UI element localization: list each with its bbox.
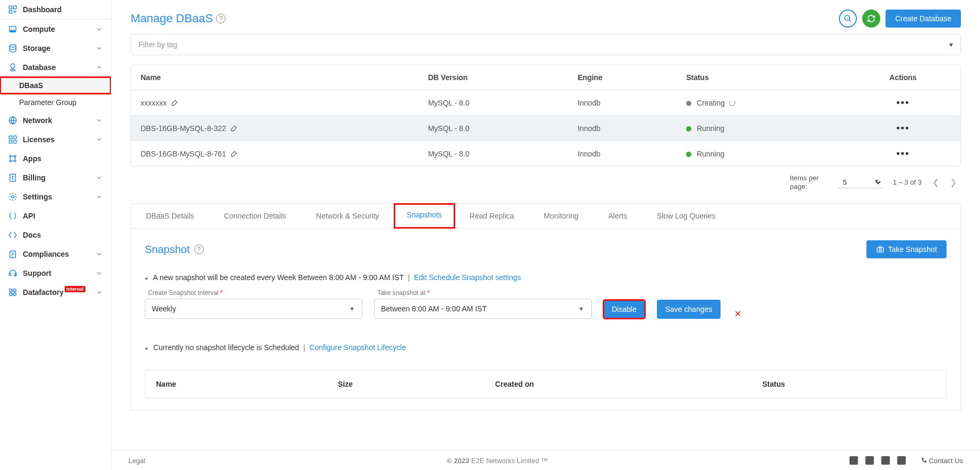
- compliances-icon: [8, 249, 18, 259]
- row-actions-menu[interactable]: •••: [897, 123, 910, 133]
- sidebar-sub-parameter-group[interactable]: Parameter Group: [0, 94, 111, 111]
- refresh-icon[interactable]: [862, 10, 880, 28]
- prev-page-button[interactable]: ❮: [932, 177, 939, 187]
- time-select[interactable]: Between 8:00 AM - 9:00 AM IST: [374, 299, 592, 319]
- compute-icon: [8, 24, 18, 34]
- tab-connection-details[interactable]: Connection Details: [209, 204, 301, 228]
- chevron-down-icon: [96, 289, 103, 296]
- svg-rect-19: [9, 273, 11, 276]
- table-row[interactable]: DBS-16GB-MySQL-8-322MySQL - 8.0InnodbRun…: [131, 116, 960, 141]
- sidebar-sub-dbaas[interactable]: DBaaS: [0, 77, 111, 94]
- schedule-info: ● A new snapshot will be created every W…: [145, 273, 947, 282]
- snapshot-title: Snapshot ?: [145, 243, 204, 256]
- storage-icon: [8, 43, 18, 53]
- sidebar-item-datafactory[interactable]: DatafactoryInternal: [0, 283, 111, 302]
- status-dot-icon: [686, 152, 691, 157]
- row-actions-menu[interactable]: •••: [897, 97, 910, 108]
- billing-icon: [8, 173, 18, 182]
- svg-rect-21: [10, 289, 12, 292]
- caret-down-icon: ▾: [949, 40, 953, 49]
- sidebar-item-support[interactable]: Support: [0, 264, 111, 283]
- facebook-icon[interactable]: [865, 456, 874, 465]
- save-changes-button[interactable]: Save changes: [657, 300, 721, 319]
- svg-rect-1: [14, 6, 16, 8]
- svg-rect-24: [14, 293, 16, 296]
- chevron-down-icon: [96, 117, 103, 124]
- tab-read-replica[interactable]: Read Replica: [455, 204, 529, 228]
- sidebar-item-compliances[interactable]: Compliances: [0, 245, 111, 264]
- svg-rect-22: [14, 289, 16, 292]
- next-page-button[interactable]: ❯: [950, 177, 957, 187]
- search-icon[interactable]: [839, 10, 857, 28]
- edit-icon[interactable]: [171, 99, 178, 107]
- column-header: DB Version: [419, 65, 568, 90]
- help-icon[interactable]: ?: [194, 245, 204, 254]
- tab-monitoring[interactable]: Monitoring: [529, 204, 593, 228]
- create-database-button[interactable]: Create Database: [886, 10, 961, 28]
- main: Manage DBaaS ? Create Database Filter by…: [111, 0, 980, 470]
- sidebar-item-network[interactable]: Network: [0, 111, 111, 130]
- tab-slow-log-queries[interactable]: Slow Log Queries: [642, 204, 731, 228]
- column-header: Actions: [846, 65, 960, 90]
- sidebar-item-dashboard[interactable]: Dashboard: [0, 0, 111, 20]
- take-snapshot-button[interactable]: Take Snapshot: [866, 240, 947, 258]
- tab-network-security[interactable]: Network & Security: [301, 204, 394, 228]
- database-table: NameDB VersionEngineStatusActions xxxxxx…: [131, 65, 960, 166]
- disable-button[interactable]: Disable: [603, 300, 645, 319]
- datafactory-icon: [8, 288, 18, 297]
- svg-rect-10: [9, 141, 12, 143]
- chevron-down-icon: [96, 25, 103, 33]
- db-version: MySQL - 8.0: [419, 141, 568, 167]
- svg-rect-4: [10, 31, 16, 32]
- svg-point-17: [12, 196, 14, 198]
- sidebar-item-storage[interactable]: Storage: [0, 39, 111, 58]
- sidebar-item-api[interactable]: API: [0, 206, 111, 225]
- rss-icon[interactable]: [897, 456, 906, 465]
- contact-us-link[interactable]: Contact Us: [921, 457, 963, 465]
- sidebar-item-label: Storage: [23, 44, 50, 53]
- sidebar-item-licenses[interactable]: Licenses: [0, 130, 111, 149]
- sidebar-item-label: Licenses: [23, 135, 55, 144]
- tab-snapshots[interactable]: Snapshots: [394, 204, 455, 228]
- lifecycle-info: ● Currently no snapshot lifecycle is Sch…: [145, 343, 947, 352]
- sidebar-item-settings[interactable]: Settings: [0, 187, 111, 206]
- legal-link[interactable]: Legal: [128, 457, 145, 465]
- configure-lifecycle-link[interactable]: Configure Snapshot Lifecycle: [309, 343, 406, 352]
- edit-schedule-link[interactable]: Edit Schedule Snapshot settings: [414, 273, 521, 282]
- edit-icon[interactable]: [230, 125, 238, 132]
- sidebar-item-apps[interactable]: Apps: [0, 149, 111, 168]
- linkedin-icon[interactable]: [849, 456, 858, 465]
- sidebar-item-billing[interactable]: Billing: [0, 168, 111, 187]
- bullet-icon: ●: [145, 345, 148, 351]
- tab-dbaas-details[interactable]: DBaaS Details: [131, 204, 209, 228]
- spinner-icon: [729, 100, 735, 106]
- svg-rect-23: [10, 293, 12, 296]
- sidebar-item-compute[interactable]: Compute: [0, 20, 111, 39]
- column-header: Status: [753, 371, 945, 397]
- interval-select[interactable]: Weekly: [145, 299, 362, 319]
- table-row[interactable]: DBS-16GB-MySQL-8-761MySQL - 8.0InnodbRun…: [131, 141, 960, 167]
- help-icon[interactable]: ?: [216, 14, 226, 23]
- chevron-down-icon: [96, 193, 103, 201]
- svg-line-26: [849, 20, 851, 21]
- caret-down-icon: ▼: [874, 178, 879, 184]
- row-actions-menu[interactable]: •••: [897, 148, 910, 159]
- filter-placeholder: Filter by tag: [138, 40, 177, 49]
- page-header: Manage DBaaS ? Create Database: [131, 0, 961, 34]
- edit-icon[interactable]: [230, 150, 238, 158]
- settings-icon: [8, 192, 18, 202]
- database-icon: [8, 63, 18, 72]
- svg-point-13: [14, 155, 16, 157]
- column-header: Status: [677, 65, 846, 90]
- table-row[interactable]: xxxxxxxMySQL - 8.0InnodbCreating•••: [131, 90, 960, 116]
- twitter-icon[interactable]: [881, 456, 890, 465]
- close-icon[interactable]: ✕: [734, 309, 741, 319]
- tab-alerts[interactable]: Alerts: [593, 204, 642, 228]
- db-name: DBS-16GB-MySQL-8-761: [141, 150, 226, 158]
- sidebar-item-docs[interactable]: Docs: [0, 225, 111, 245]
- sidebar-item-label: Billing: [23, 173, 46, 182]
- filter-by-tag-dropdown[interactable]: Filter by tag ▾: [131, 34, 961, 55]
- svg-rect-9: [14, 136, 16, 138]
- sidebar: DashboardComputeStorageDatabaseDBaaSPara…: [0, 0, 111, 470]
- sidebar-item-database[interactable]: Database: [0, 58, 111, 77]
